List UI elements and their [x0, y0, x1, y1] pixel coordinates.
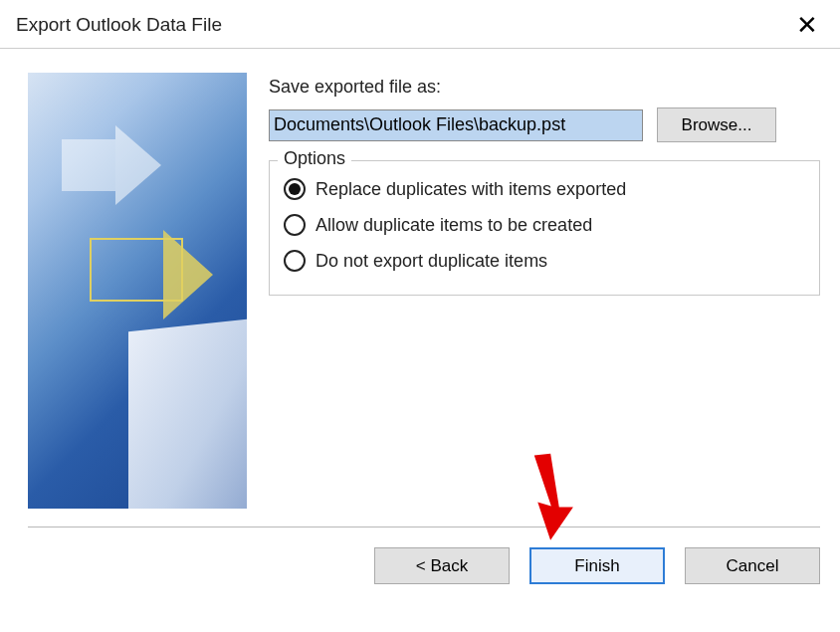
back-button[interactable]: < Back: [374, 547, 510, 584]
radio-icon[interactable]: [284, 250, 306, 272]
radio-label: Do not export duplicate items: [315, 251, 547, 272]
save-as-label: Save exported file as:: [269, 77, 820, 98]
radio-icon[interactable]: [284, 214, 306, 236]
file-path-input[interactable]: [269, 109, 643, 141]
wizard-illustration: [28, 73, 247, 509]
finish-button[interactable]: Finish: [529, 547, 665, 584]
content-area: Save exported file as: Browse... Options…: [0, 49, 840, 521]
dialog-title: Export Outlook Data File: [16, 14, 222, 36]
cancel-button[interactable]: Cancel: [685, 547, 820, 584]
browse-button[interactable]: Browse...: [657, 107, 776, 142]
radio-label: Allow duplicate items to be created: [315, 215, 592, 236]
button-row: < Back Finish Cancel: [0, 527, 840, 584]
path-row: Browse...: [269, 107, 820, 142]
radio-allow-duplicates[interactable]: Allow duplicate items to be created: [284, 207, 805, 243]
close-icon[interactable]: ✕: [790, 10, 824, 40]
radio-label: Replace duplicates with items exported: [315, 179, 626, 200]
radio-replace-duplicates[interactable]: Replace duplicates with items exported: [284, 171, 805, 207]
radio-no-export-duplicates[interactable]: Do not export duplicate items: [284, 243, 805, 279]
options-legend: Options: [278, 148, 351, 169]
form-area: Save exported file as: Browse... Options…: [269, 73, 820, 509]
radio-icon[interactable]: [284, 178, 306, 200]
titlebar: Export Outlook Data File ✕: [0, 0, 840, 48]
options-groupbox: Options Replace duplicates with items ex…: [269, 160, 820, 296]
